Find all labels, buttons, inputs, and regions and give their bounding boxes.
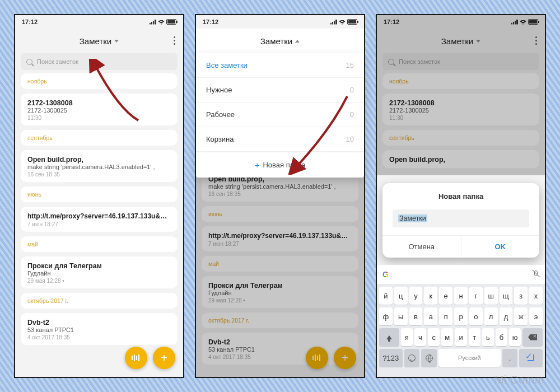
chevron-down-icon [476,40,480,43]
note-item: http://t.me/proxy?server=46.19.137.133u&… [202,226,358,251]
cancel-button[interactable]: Отмена [382,236,461,258]
status-bar: 17:12 [15,15,183,29]
new-folder-dialog: Новая папка Заметки Отмена OK [382,183,539,258]
letter-key[interactable]: с [428,328,440,346]
notes-list: ноябрь 2172-1308008 2172-1300025 11:30 с… [15,73,183,377]
numeric-key[interactable]: ?123 [379,349,403,367]
letter-key[interactable]: р [454,307,468,325]
page-title: Заметки [260,36,292,46]
overflow-menu-button [535,36,537,45]
clock: 17:12 [384,18,399,25]
folder-item[interactable]: Рабочее0 [196,102,364,127]
letter-key[interactable]: ж [514,307,528,325]
month-header: ноябрь [382,73,539,89]
letter-key[interactable]: и [455,328,466,346]
letter-key[interactable]: ш [484,287,498,305]
month-header: ноябрь [21,73,178,89]
letter-key[interactable]: г [469,287,483,305]
letter-key[interactable]: ф [379,307,393,325]
letter-key[interactable]: ю [509,328,521,346]
letter-key[interactable]: у [409,287,423,305]
shift-icon [386,335,392,339]
new-folder-button[interactable]: +Новая папка [196,152,364,178]
google-logo-icon[interactable]: G [382,270,389,279]
overflow-menu-button[interactable] [174,36,175,45]
note-item[interactable]: Open build.prop, make string 'persist.ca… [21,150,178,182]
battery-icon [528,19,538,25]
search-placeholder: Поиск заметок [399,58,440,65]
letter-key[interactable]: м [441,328,453,346]
letter-key[interactable]: б [496,328,507,346]
phone-screen-3: 17:12 Заметки Поиск заметок ноябрь 2172-… [376,14,546,378]
spacebar-key[interactable]: Русский [438,349,501,367]
plus-icon: + [255,160,260,170]
status-bar: 17:12 [196,15,364,29]
month-header: октябрь 2017 г. [202,312,358,328]
letter-key[interactable]: ч [414,328,426,346]
emoji-key[interactable] [404,349,420,367]
month-header: июнь [21,186,178,202]
voice-note-fab[interactable] [125,347,147,369]
note-item[interactable]: Прокси для Телеграм Гудлайн 29 мая 12:28… [21,256,178,288]
title-dropdown: Заметки [441,36,480,46]
mic-off-icon[interactable] [531,270,539,278]
note-item: 2172-1308008 2172-1300025 11:30 [382,94,539,125]
letter-key[interactable]: щ [500,287,513,305]
title-dropdown[interactable]: Заметки [80,36,119,46]
letter-key[interactable]: д [500,307,513,325]
on-screen-keyboard: G йцукенгшщзх фывапролджэ ячсмитьбю ?123… [377,265,545,377]
month-header: июнь [202,206,358,222]
note-item[interactable]: Dvb-t2 53 канал РТРС1 4 окт 2017 18:35 [21,313,178,345]
letter-key[interactable]: в [409,307,423,325]
phone-screen-2: 17:12 Заметки Open build.prop, make stri… [195,14,365,378]
folder-item-all[interactable]: Все заметки15 [196,53,364,78]
title-dropdown[interactable]: Заметки [260,36,300,46]
letter-key[interactable]: о [469,307,483,325]
battery-icon [347,19,357,25]
status-bar: 17:12 [377,15,545,29]
letter-key[interactable]: л [484,307,498,325]
check-icon [528,354,534,361]
letter-key[interactable]: е [439,287,452,305]
letter-key[interactable]: н [454,287,468,305]
folder-item[interactable]: Нужное0 [196,78,364,102]
chevron-up-icon [295,40,300,43]
letter-key[interactable]: й [379,287,393,305]
letter-key[interactable]: ь [482,328,494,346]
enter-key[interactable] [519,349,543,367]
new-note-fab[interactable]: + [334,347,356,369]
note-item[interactable]: 2172-1308008 2172-1300025 11:30 [21,94,178,125]
battery-icon [166,19,176,25]
search-input: Поиск заметок [382,53,539,70]
letter-key[interactable]: т [469,328,480,346]
app-header: Заметки [377,29,545,53]
period-key[interactable]: . [502,349,518,367]
backspace-icon [528,334,537,340]
folder-name-input[interactable]: Заметки [393,209,529,227]
month-header: май [202,256,358,272]
letter-key[interactable]: з [514,287,528,305]
letter-key[interactable]: х [529,287,543,305]
note-item[interactable]: http://t.me/proxy?server=46.19.137.133u&… [21,207,178,232]
new-note-fab[interactable]: + [153,347,175,369]
letter-key[interactable]: ц [394,287,408,305]
language-key[interactable] [421,349,437,367]
shift-key[interactable] [379,328,399,346]
letter-key[interactable]: я [401,328,413,346]
voice-note-fab[interactable] [306,347,328,369]
month-header: сентябрь [382,130,539,146]
folder-item-trash[interactable]: Корзина10 [196,127,364,152]
letter-key[interactable]: к [424,287,437,305]
letter-key[interactable]: а [424,307,437,325]
app-header: Заметки [196,29,364,53]
wifi-icon [520,19,526,25]
page-title: Заметки [80,36,111,46]
month-header: май [21,236,178,252]
letter-key[interactable]: п [439,307,452,325]
month-header: октябрь 2017 г. [21,293,178,309]
ok-button[interactable]: OK [461,236,540,258]
letter-key[interactable]: э [529,307,543,325]
search-input[interactable]: Поиск заметок [21,53,178,70]
backspace-key[interactable] [522,328,543,346]
letter-key[interactable]: ы [394,307,408,325]
